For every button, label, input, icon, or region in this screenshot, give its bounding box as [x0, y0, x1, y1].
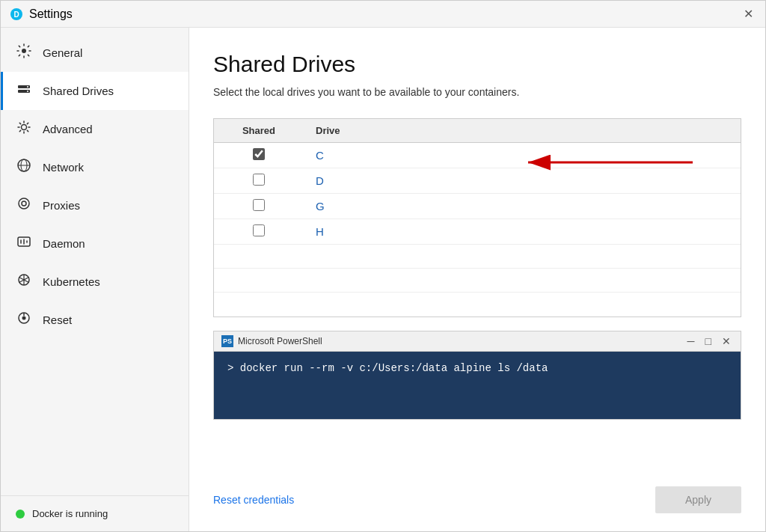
- svg-point-7: [22, 125, 27, 130]
- terminal-minimize-button[interactable]: ─: [685, 335, 697, 347]
- sidebar-item-proxies[interactable]: Proxies: [1, 186, 189, 224]
- sidebar-item-shared-drives-label: Shared Drives: [43, 85, 114, 97]
- sidebar-item-advanced[interactable]: Advanced: [1, 110, 189, 148]
- bottom-bar: Reset credentials Apply: [213, 486, 741, 516]
- docker-icon: D: [10, 7, 23, 21]
- sidebar-item-network[interactable]: Network: [1, 148, 189, 186]
- kubernetes-icon: [16, 272, 32, 291]
- advanced-icon: [16, 120, 32, 138]
- proxies-icon: [16, 196, 32, 215]
- network-icon: [16, 158, 32, 177]
- drives-table: Shared Drive C: [214, 119, 741, 317]
- drive-row-empty-3: [214, 293, 741, 317]
- checkbox-d-cell: [214, 168, 304, 194]
- sidebar-item-reset-label: Reset: [43, 314, 72, 326]
- checkbox-c-cell: [214, 143, 304, 168]
- terminal-container: PS Microsoft PowerShell ─ □ ✕ > docker r…: [213, 331, 741, 420]
- shared-drives-icon: [16, 82, 32, 100]
- checkbox-h[interactable]: [253, 224, 265, 236]
- reset-credentials-link[interactable]: Reset credentials: [213, 494, 294, 506]
- sidebar: General Shared Drives: [1, 28, 189, 531]
- sidebar-item-kubernetes[interactable]: Kubernetes: [1, 263, 189, 301]
- title-bar-left: D Settings: [10, 7, 73, 21]
- sidebar-nav: General Shared Drives: [1, 28, 189, 495]
- drive-row-empty-2: [214, 269, 741, 293]
- sidebar-item-network-label: Network: [43, 161, 84, 174]
- title-bar: D Settings ✕: [1, 1, 765, 28]
- drive-row-d: D: [214, 168, 741, 194]
- checkbox-c[interactable]: [253, 148, 265, 160]
- checkbox-g[interactable]: [253, 199, 265, 211]
- powershell-icon: PS: [221, 335, 233, 347]
- svg-point-5: [27, 86, 28, 88]
- reset-icon: [16, 311, 32, 329]
- sidebar-item-daemon[interactable]: Daemon: [1, 224, 189, 263]
- svg-point-2: [22, 49, 26, 53]
- sidebar-item-general-label: General: [43, 46, 82, 59]
- docker-status-dot: [16, 510, 25, 519]
- svg-point-12: [22, 201, 26, 206]
- terminal-maximize-button[interactable]: □: [703, 335, 714, 347]
- terminal-controls: ─ □ ✕: [685, 335, 733, 347]
- checkbox-g-cell: [214, 194, 304, 219]
- sidebar-footer: Docker is running: [1, 495, 189, 531]
- sidebar-item-general[interactable]: General: [1, 34, 189, 72]
- sidebar-item-advanced-label: Advanced: [43, 123, 93, 135]
- svg-point-11: [19, 198, 29, 209]
- settings-window: D Settings ✕ General: [0, 0, 766, 532]
- main-panel: Shared Drives Select the local drives yo…: [189, 28, 765, 531]
- checkbox-h-cell: [214, 219, 304, 245]
- col-shared: Shared: [214, 119, 304, 143]
- svg-point-6: [27, 91, 28, 92]
- close-button[interactable]: ✕: [741, 7, 756, 22]
- general-icon: [16, 43, 32, 62]
- window-title: Settings: [29, 7, 73, 21]
- sidebar-item-proxies-label: Proxies: [43, 199, 80, 212]
- drive-letter-d: D: [304, 168, 741, 194]
- drive-letter-g: G: [304, 194, 741, 219]
- terminal-titlebar-left: PS Microsoft PowerShell: [221, 335, 322, 347]
- svg-text:D: D: [13, 10, 19, 19]
- terminal-title: Microsoft PowerShell: [238, 336, 322, 346]
- sidebar-item-daemon-label: Daemon: [43, 237, 85, 250]
- daemon-icon: [16, 234, 32, 253]
- apply-button[interactable]: Apply: [655, 486, 741, 513]
- docker-status-label: Docker is running: [32, 508, 108, 519]
- drive-row-h: H: [214, 219, 741, 245]
- content-area: General Shared Drives: [1, 28, 765, 531]
- terminal-body: > docker run --rm -v c:/Users:/data alpi…: [214, 352, 741, 419]
- terminal-close-button[interactable]: ✕: [720, 335, 733, 347]
- terminal-command: > docker run --rm -v c:/Users:/data alpi…: [227, 362, 548, 374]
- drive-letter-c: C: [304, 143, 741, 168]
- drive-row-empty-1: [214, 245, 741, 269]
- page-title: Shared Drives: [213, 52, 741, 77]
- sidebar-item-kubernetes-label: Kubernetes: [43, 275, 100, 288]
- drive-row-c: C: [214, 143, 741, 168]
- sidebar-item-shared-drives[interactable]: Shared Drives: [1, 72, 189, 110]
- page-description: Select the local drives you want to be a…: [213, 85, 741, 100]
- drives-table-container: Shared Drive C: [213, 118, 741, 317]
- checkbox-d[interactable]: [253, 174, 265, 186]
- col-drive: Drive: [304, 119, 741, 143]
- drive-letter-h: H: [304, 219, 741, 245]
- svg-point-22: [22, 317, 26, 320]
- terminal-titlebar: PS Microsoft PowerShell ─ □ ✕: [214, 331, 741, 352]
- sidebar-item-reset[interactable]: Reset: [1, 301, 189, 339]
- drive-row-g: G: [214, 194, 741, 219]
